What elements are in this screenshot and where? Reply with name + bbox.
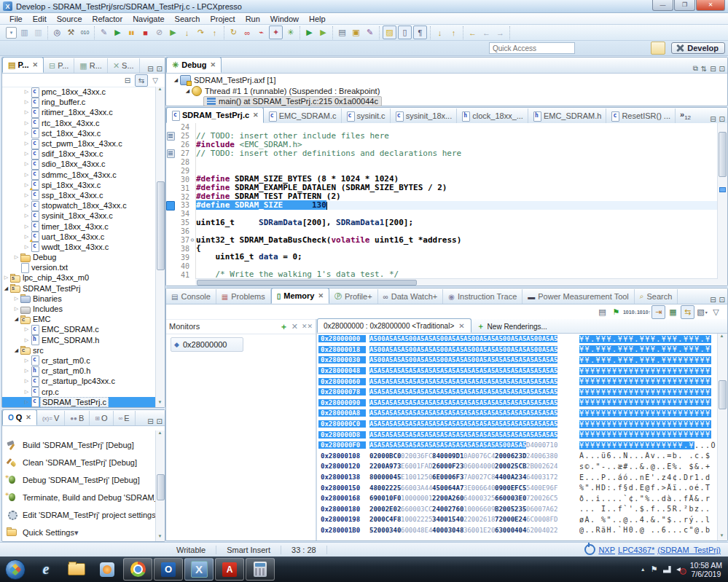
explorer-scrollbar[interactable]: ▲ ▼ (155, 87, 165, 407)
terminate-icon[interactable]: ■ (139, 26, 152, 39)
speaker-muted-icon[interactable] (676, 565, 685, 574)
memory-cell[interactable]: A500A5A5 (463, 356, 495, 363)
open-resource-icon[interactable]: ▣ (350, 26, 362, 39)
link-with-editor-icon[interactable]: ⇆ (135, 74, 148, 87)
memory-cell[interactable]: A500A5A5 (432, 346, 463, 353)
probe-icon[interactable]: ✦ (269, 25, 283, 39)
collapsed-twistie-icon[interactable]: ▷ (23, 151, 31, 157)
memory-cell[interactable]: 2200A260 (432, 495, 463, 502)
tree-item[interactable]: ▷csct_18xx_43xx.c (2, 128, 156, 138)
menu-run[interactable]: Run (240, 14, 265, 24)
build-hammer-icon[interactable]: ⚒ (65, 26, 77, 39)
step-into-icon[interactable]: ↓ (181, 26, 193, 39)
tab-console[interactable]: ▤Console (166, 289, 216, 304)
tab-o[interactable]: ⊞O (90, 411, 113, 425)
tree-item[interactable]: ▷cEMC_SDRAM.c (2, 324, 156, 334)
clock[interactable]: 10:58 AM 7/6/2019 (690, 561, 722, 578)
memory-row[interactable]: 0x2800010802000BC0020036FC840009D10A0076… (318, 451, 717, 462)
rendering-tab[interactable]: 0x28000000 : 0x28000000 <Traditional> ✕ (317, 318, 471, 333)
memory-cell[interactable]: 52000340 (369, 527, 401, 534)
tree-item[interactable]: ▷ctimer_18xx_43xx.c (2, 221, 156, 231)
memory-cell[interactable]: 36001E20 (463, 527, 495, 534)
memory-cell[interactable]: A5A5A5A5 (432, 441, 463, 449)
quickstart-action[interactable]: Edit 'SDRAM_TestPrj' project settings (2, 506, 156, 524)
expanded-twistie-icon[interactable]: ◢ (184, 88, 192, 94)
layout-icon[interactable]: ▧▾ (696, 306, 708, 318)
memory-cell[interactable]: 24006380 (526, 452, 557, 460)
collapsed-twistie-icon[interactable]: ▷ (23, 337, 31, 343)
tree-item[interactable]: ▷cspi_18xx_43xx.c (2, 180, 156, 190)
tree-item[interactable]: ▷crtc_18xx_43xx.c (2, 118, 156, 128)
memory-row[interactable]: 0x280001504800222566003A44450064A73E0066… (318, 482, 717, 493)
tree-item[interactable]: ▷ccr_startup_lpc43xx.c (2, 376, 156, 386)
collapsed-twistie-icon[interactable]: ▷ (23, 358, 31, 363)
memory-cell[interactable]: 2B002624 (526, 463, 557, 470)
memory-cell[interactable]: A500A5A5 (526, 346, 557, 353)
memory-cell[interactable]: A5A5A5A5 (495, 367, 526, 374)
suspend-icon[interactable]: ▮▮ (125, 26, 138, 39)
tree-item[interactable]: ◢CEMC (2, 314, 156, 324)
tree-item[interactable]: ▷csdif_18xx_43xx.c (2, 149, 156, 159)
memory-cell[interactable]: 20002E02 (369, 506, 401, 513)
memory-cell[interactable]: 450064A7 (432, 484, 463, 492)
memory-row[interactable]: 0x28000078A5A5A5A5A5A5A5A5A5A5A5A5A5A5A5… (318, 387, 717, 398)
memory-cell[interactable]: A5A5A5A5 (526, 356, 557, 363)
step-return-icon[interactable]: ↑ (208, 26, 221, 39)
show-block-icon[interactable]: ▯ (398, 25, 412, 39)
memory-cell[interactable]: E1001250 (401, 473, 432, 481)
tab-b[interactable]: ●●B (65, 411, 90, 425)
close-icon[interactable]: ✕ (26, 414, 31, 421)
close-icon[interactable]: ✕ (318, 292, 324, 299)
memory-row[interactable]: 0x28000168690010F0100000012200A260640003… (318, 493, 717, 504)
collapsed-twistie-icon[interactable]: ▷ (12, 254, 20, 260)
editor-tab[interactable]: cSDRAM_TestPrj.c✕ (166, 107, 264, 123)
memory-row[interactable]: 0x280001202200A973E6001FAD26000F23060040… (318, 461, 717, 472)
import-icon[interactable]: ↓ (434, 26, 446, 39)
tree-item[interactable]: ▷Includes (2, 304, 156, 314)
memory-cell[interactable]: A5A5A5A5 (463, 399, 495, 406)
memory-cell[interactable]: A5A5A5A5 (463, 367, 495, 374)
memory-cell[interactable]: A5A5A5A5 (401, 388, 432, 396)
memory-row[interactable]: 0x2800013880000045E10012506E0006F37A0027… (318, 472, 717, 483)
memory-cell[interactable]: A5A5A5A5 (463, 420, 495, 428)
debug-node[interactable]: ◢SDRAM_TestPrj.axf [1] (166, 75, 727, 86)
minimize-view-icon[interactable]: ⊟ (710, 115, 716, 123)
tree-item[interactable]: ▷csdio_18xx_43xx.c (2, 159, 156, 169)
import-memory-icon[interactable]: 1010↓ (624, 306, 636, 318)
memory-cell[interactable]: 2200A973 (369, 463, 401, 470)
memory-cell[interactable]: A5A5A5A5 (495, 409, 526, 417)
new-memory-view-icon[interactable]: ▤ (596, 306, 608, 318)
action-center-flag-icon[interactable]: ⚑ (651, 565, 658, 574)
memory-cell[interactable]: A5A5A5A5 (495, 388, 526, 396)
collapsed-twistie-icon[interactable]: ▷ (23, 389, 31, 395)
export-icon[interactable]: ↑ (447, 26, 460, 39)
memory-cell[interactable]: A5A5A5A5 (463, 431, 495, 439)
memory-cell[interactable]: A5A5A5A5 (432, 399, 463, 406)
menu-navigate[interactable]: Navigate (128, 14, 169, 24)
tree-item[interactable]: ▷ccrp.c (2, 386, 156, 396)
quickstart-action[interactable]: Build 'SDRAM_TestPrj' [Debug] (2, 436, 156, 454)
export-memory-icon[interactable]: 1010↑ (638, 306, 650, 318)
collapsed-twistie-icon[interactable]: ▷ (23, 378, 31, 384)
collapsed-twistie-icon[interactable]: ▷ (2, 275, 10, 280)
memory-cell[interactable]: A5A5A5A5 (369, 367, 401, 374)
memory-cell[interactable]: A5A5A5A5 (432, 367, 463, 374)
memory-cell[interactable]: 63000404 (495, 527, 526, 534)
memory-cell[interactable]: 10000001 (401, 495, 432, 502)
editor-tab[interactable]: csysinit.c (342, 109, 391, 123)
memory-cell[interactable]: A500A5A5 (401, 335, 432, 342)
collapsed-twistie-icon[interactable]: ▷ (23, 213, 31, 219)
memory-cell[interactable]: 80000045 (369, 473, 401, 481)
tree-item[interactable]: ▷hcr_start_m0.h (2, 366, 156, 376)
memory-cell[interactable]: A500A5A5 (495, 346, 526, 353)
memory-cell[interactable]: A5A5A5A5 (463, 409, 495, 417)
chrome-icon[interactable] (123, 558, 152, 581)
collapsed-twistie-icon[interactable]: ▷ (23, 192, 31, 198)
memory-row[interactable]: 0x280001982000C4F81000222534001540220026… (318, 514, 717, 525)
memory-cell[interactable]: A5A5A5A5 (526, 388, 557, 396)
memory-cell[interactable]: A5A5A5A5 (526, 409, 557, 417)
tab-overflow-chevron[interactable]: »12 (676, 110, 695, 121)
memory-cell[interactable]: 64000325 (463, 495, 495, 502)
memory-cell[interactable]: 0A0076C4 (463, 452, 495, 460)
collapsed-twistie-icon[interactable]: ▷ (23, 202, 31, 208)
